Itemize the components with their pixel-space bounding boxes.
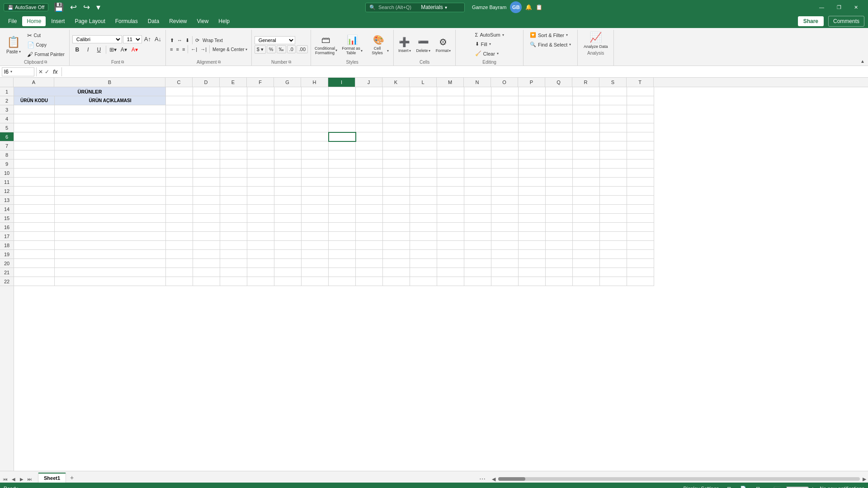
- cell-a15[interactable]: [14, 214, 55, 223]
- cell-c13[interactable]: [166, 196, 193, 205]
- cell-l5[interactable]: [410, 123, 437, 132]
- cell-k21[interactable]: [383, 268, 410, 277]
- cell-f6[interactable]: [247, 132, 274, 141]
- cell-i21[interactable]: [329, 268, 356, 277]
- cell-n7[interactable]: [464, 141, 491, 150]
- cell-m1[interactable]: [437, 87, 464, 96]
- cell-t2[interactable]: [627, 96, 654, 105]
- cell-t18[interactable]: [627, 241, 654, 250]
- cell-e7[interactable]: [220, 141, 247, 150]
- cell-s16[interactable]: [600, 223, 627, 232]
- cell-a8[interactable]: [14, 150, 55, 160]
- cell-q2[interactable]: [546, 96, 573, 105]
- cell-s20[interactable]: [600, 259, 627, 268]
- cell-e4[interactable]: [220, 114, 247, 123]
- cell-c17[interactable]: [166, 232, 193, 241]
- cell-d5[interactable]: [193, 123, 220, 132]
- cell-l3[interactable]: [410, 105, 437, 114]
- cell-c6[interactable]: [166, 132, 193, 141]
- alignment-settings-icon[interactable]: ⧉: [218, 60, 221, 65]
- cell-reference-box[interactable]: I6 ▾: [2, 67, 34, 76]
- cell-c4[interactable]: [166, 114, 193, 123]
- cell-f21[interactable]: [247, 268, 274, 277]
- wrap-text-button[interactable]: Wrap Text: [201, 38, 224, 43]
- cell-f3[interactable]: [247, 105, 274, 114]
- menu-data[interactable]: Data: [143, 16, 164, 26]
- cell-k19[interactable]: [383, 250, 410, 259]
- cell-a17[interactable]: [14, 232, 55, 241]
- cell-o19[interactable]: [491, 250, 519, 259]
- cell-j19[interactable]: [356, 250, 383, 259]
- cell-h10[interactable]: [302, 169, 329, 178]
- cell-i17[interactable]: [329, 232, 356, 241]
- cell-k13[interactable]: [383, 196, 410, 205]
- menu-review[interactable]: Review: [165, 16, 191, 26]
- cell-r22[interactable]: [573, 277, 600, 286]
- cell-c3[interactable]: [166, 105, 193, 114]
- cell-d9[interactable]: [193, 160, 220, 169]
- cell-b14[interactable]: [55, 205, 166, 214]
- bold-button[interactable]: B: [72, 45, 82, 54]
- cell-t11[interactable]: [627, 178, 654, 187]
- analyze-data-button[interactable]: 📈 Analyze Data: [582, 31, 610, 50]
- conditional-formatting-button[interactable]: 🗃 Conditional Formatting ▾: [314, 34, 338, 56]
- fill-color-button[interactable]: A▾: [119, 45, 129, 54]
- cell-i7[interactable]: [329, 141, 356, 150]
- cell-n10[interactable]: [464, 169, 491, 178]
- cell-d21[interactable]: [193, 268, 220, 277]
- cell-l4[interactable]: [410, 114, 437, 123]
- cell-p8[interactable]: [519, 150, 546, 160]
- cell-l22[interactable]: [410, 277, 437, 286]
- cell-e15[interactable]: [220, 214, 247, 223]
- cell-e11[interactable]: [220, 178, 247, 187]
- cell-j17[interactable]: [356, 232, 383, 241]
- cell-p9[interactable]: [519, 160, 546, 169]
- cell-styles-button[interactable]: 🎨 Cell Styles ▾: [366, 33, 391, 56]
- cell-c5[interactable]: [166, 123, 193, 132]
- cell-n13[interactable]: [464, 196, 491, 205]
- cell-f22[interactable]: [247, 277, 274, 286]
- cell-j5[interactable]: [356, 123, 383, 132]
- cell-o13[interactable]: [491, 196, 519, 205]
- cell-n18[interactable]: [464, 241, 491, 250]
- cell-h2[interactable]: [302, 96, 329, 105]
- share-button[interactable]: Share: [798, 16, 824, 26]
- row-num-22[interactable]: 22: [0, 277, 14, 286]
- cell-k5[interactable]: [383, 123, 410, 132]
- cell-e9[interactable]: [220, 160, 247, 169]
- cell-o5[interactable]: [491, 123, 519, 132]
- align-top-button[interactable]: ⬆: [169, 37, 175, 44]
- cell-r4[interactable]: [573, 114, 600, 123]
- sort-filter-button[interactable]: 🔽 Sort & Filter ▾: [528, 31, 570, 39]
- cell-q4[interactable]: [546, 114, 573, 123]
- cell-q7[interactable]: [546, 141, 573, 150]
- cell-p1[interactable]: [519, 87, 546, 96]
- cell-m5[interactable]: [437, 123, 464, 132]
- cell-h13[interactable]: [302, 196, 329, 205]
- cell-e12[interactable]: [220, 187, 247, 196]
- menu-insert[interactable]: Insert: [47, 16, 69, 26]
- cell-t13[interactable]: [627, 196, 654, 205]
- cell-g5[interactable]: [274, 123, 302, 132]
- row-num-1[interactable]: 1: [0, 87, 14, 96]
- menu-home[interactable]: Home: [22, 16, 46, 26]
- cell-r1[interactable]: [573, 87, 600, 96]
- cell-n8[interactable]: [464, 150, 491, 160]
- cell-r12[interactable]: [573, 187, 600, 196]
- col-header-l[interactable]: L: [410, 78, 437, 87]
- col-header-e[interactable]: E: [220, 78, 247, 87]
- row-num-2[interactable]: 2: [0, 96, 14, 105]
- cell-q1[interactable]: [546, 87, 573, 96]
- cell-m20[interactable]: [437, 259, 464, 268]
- cell-a2[interactable]: ÜRÜN KODU: [14, 96, 55, 105]
- cell-q18[interactable]: [546, 241, 573, 250]
- cell-f10[interactable]: [247, 169, 274, 178]
- cell-a3[interactable]: [14, 105, 55, 114]
- cell-d16[interactable]: [193, 223, 220, 232]
- cell-i1[interactable]: [329, 87, 356, 96]
- cell-n12[interactable]: [464, 187, 491, 196]
- cell-h15[interactable]: [302, 214, 329, 223]
- cell-o8[interactable]: [491, 150, 519, 160]
- cell-k4[interactable]: [383, 114, 410, 123]
- cell-e19[interactable]: [220, 250, 247, 259]
